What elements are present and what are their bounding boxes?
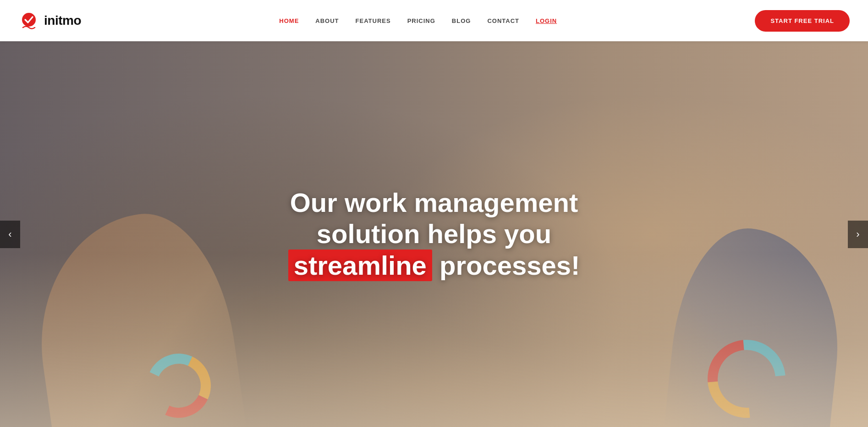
nav-item-home[interactable]: HOME <box>279 17 299 25</box>
hero-line1: Our work management <box>290 188 578 217</box>
nav-link-contact[interactable]: CONTACT <box>487 17 519 24</box>
hero-line3: processes! <box>432 250 580 280</box>
nav-item-pricing[interactable]: PRICING <box>407 17 435 25</box>
hero-prev-button[interactable]: ‹ <box>0 221 20 248</box>
chart-decoration-2 <box>692 324 802 427</box>
navbar: initmo HOME ABOUT FEATURES PRICING BLOG … <box>0 0 868 41</box>
brand-name: initmo <box>44 13 81 28</box>
hand-left-decoration <box>24 204 247 427</box>
nav-item-features[interactable]: FEATURES <box>356 17 391 25</box>
hero-section: ‹ Our work management solution helps you… <box>0 41 868 427</box>
hero-headline: Our work management solution helps you s… <box>288 187 580 281</box>
nav-link-home[interactable]: HOME <box>279 17 299 24</box>
hero-next-button[interactable]: › <box>848 221 868 248</box>
nav-item-login[interactable]: LOGIN <box>536 17 557 25</box>
nav-links: HOME ABOUT FEATURES PRICING BLOG CONTACT… <box>279 17 557 25</box>
nav-link-about[interactable]: ABOUT <box>315 17 339 24</box>
svg-point-0 <box>22 13 36 27</box>
hand-right-decoration <box>664 222 850 427</box>
nav-item-blog[interactable]: BLOG <box>452 17 471 25</box>
chart-decoration-1 <box>137 344 220 427</box>
start-free-trial-button[interactable]: START FREE TRIAL <box>755 10 850 32</box>
nav-link-blog[interactable]: BLOG <box>452 17 471 24</box>
logo-icon <box>18 10 39 31</box>
nav-item-about[interactable]: ABOUT <box>315 17 339 25</box>
nav-link-pricing[interactable]: PRICING <box>407 17 435 24</box>
logo-link[interactable]: initmo <box>18 10 81 31</box>
hero-highlight-word: streamline <box>288 250 432 281</box>
hero-line2: solution helps you <box>317 219 551 249</box>
nav-link-features[interactable]: FEATURES <box>356 17 391 24</box>
hero-content: Our work management solution helps you s… <box>279 187 589 281</box>
nav-link-login[interactable]: LOGIN <box>536 17 557 24</box>
nav-item-contact[interactable]: CONTACT <box>487 17 519 25</box>
